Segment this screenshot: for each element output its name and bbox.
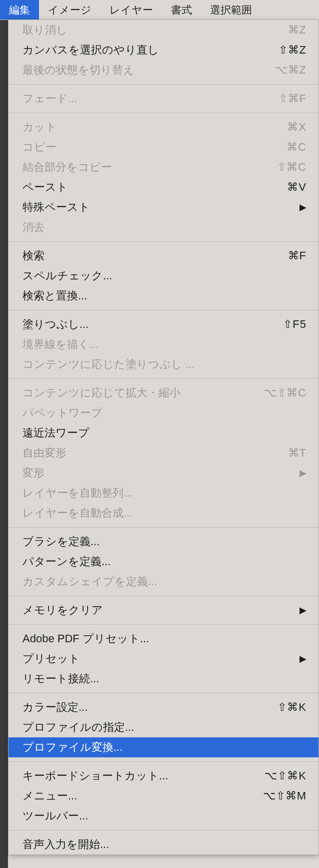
menu-item-label: 音声入力を開始... [22, 836, 109, 852]
menu-separator [8, 241, 318, 242]
menu-separator [8, 527, 318, 528]
menu-item-label: 最後の状態を切り替え [22, 62, 134, 78]
menu-item[interactable]: スペルチェック... [8, 266, 318, 286]
menu-item-shortcut: ⇧⌘C [277, 159, 306, 175]
menu-item[interactable]: ツールバー... [8, 806, 318, 826]
menu-item-label: メニュー... [22, 788, 77, 804]
menu-item[interactable]: 検索と置換... [8, 286, 318, 306]
menu-item: コンテンツに応じて拡大・縮小⌥⇧⌘C [8, 383, 318, 403]
menu-item-label: カスタムシェイプを定義... [22, 574, 157, 590]
menu-item: コピー⌘C [8, 137, 318, 157]
menu-item-label: キーボードショートカット... [22, 768, 168, 784]
menu-item-label: 取り消し [22, 22, 68, 38]
app-background-strip [0, 20, 8, 868]
menu-item-shortcut: ⌘T [288, 445, 306, 461]
menu-item-shortcut: ⌥⇧⌘M [263, 788, 306, 804]
menu-item-label: パターンを定義... [22, 554, 110, 570]
menu-item-label: レイヤーを自動整列... [22, 485, 132, 501]
menu-item[interactable]: 遠近法ワープ [8, 423, 318, 443]
menubar-item-image[interactable]: イメージ [39, 0, 100, 20]
menu-item-shortcut: ⌘Z [288, 22, 306, 38]
menu-item[interactable]: パターンを定義... [8, 552, 318, 572]
menubar: 編集 イメージ レイヤー 書式 選択範囲 [0, 0, 319, 20]
menu-item-label: カラー設定... [22, 699, 88, 715]
menu-item-shortcut: ⌘V [287, 179, 306, 195]
menu-item[interactable]: 特殊ペースト▶ [8, 197, 318, 217]
menu-item-shortcut: ⌥⇧⌘K [264, 768, 306, 784]
menu-item-label: 検索 [22, 248, 44, 264]
menu-item[interactable]: 音声入力を開始... [8, 834, 318, 854]
submenu-arrow-icon: ▶ [300, 602, 306, 618]
menu-item-shortcut: ⌥⌘Z [275, 62, 306, 78]
menu-item[interactable]: Adobe PDF プリセット... [8, 629, 318, 649]
menu-item: コンテンツに応じた塗りつぶし ... [8, 354, 318, 374]
submenu-arrow-icon: ▶ [300, 651, 306, 667]
menu-item-label: 検索と置換... [22, 288, 87, 304]
menu-item[interactable]: プロファイルの指定... [8, 717, 318, 737]
menu-item: フェード...⇧⌘F [8, 89, 318, 109]
menubar-item-edit[interactable]: 編集 [0, 0, 39, 20]
menu-item: パペットワープ [8, 403, 318, 423]
menu-item-shortcut: ⇧⌘K [278, 699, 306, 715]
menu-item-label: コピー [22, 139, 56, 155]
menu-item: 消去 [8, 217, 318, 237]
menu-item-label: 消去 [22, 219, 44, 235]
menu-item[interactable]: カラー設定...⇧⌘K [8, 697, 318, 717]
menu-item: カット⌘X [8, 117, 318, 137]
menu-item-label: リモート接続... [22, 671, 99, 687]
menu-item[interactable]: メモリをクリア▶ [8, 600, 318, 620]
menu-item[interactable]: ブラシを定義... [8, 532, 318, 552]
menu-item-label: フェード... [22, 91, 77, 107]
menu-item-shortcut: ⌘C [286, 139, 306, 155]
menu-item-label: Adobe PDF プリセット... [22, 631, 149, 647]
menu-item: レイヤーを自動整列... [8, 483, 318, 503]
menu-item-label: 遠近法ワープ [22, 425, 90, 441]
menu-separator [8, 310, 318, 310]
menu-separator [8, 84, 318, 85]
menu-item-label: スペルチェック... [22, 268, 112, 284]
menu-item-label: ペースト [22, 179, 68, 195]
menu-item: 結合部分をコピー⇧⌘C [8, 157, 318, 177]
menu-separator [8, 624, 318, 625]
menu-item[interactable]: メニュー...⌥⇧⌘M [8, 786, 318, 806]
menubar-item-select[interactable]: 選択範囲 [201, 0, 261, 20]
menu-item-label: 自由変形 [22, 445, 66, 461]
menu-item-label: コンテンツに応じた塗りつぶし ... [22, 356, 194, 372]
menu-item[interactable]: ペースト⌘V [8, 177, 318, 197]
menu-item[interactable]: プリセット▶ [8, 649, 318, 669]
menu-item-label: プリセット [22, 651, 80, 667]
menu-item-label: メモリをクリア [22, 602, 103, 618]
menu-item-label: 変形 [22, 465, 44, 481]
menu-item-shortcut: ⌘X [287, 119, 306, 135]
menu-item-shortcut: ⇧⌘Z [278, 42, 306, 58]
menu-item[interactable]: 検索⌘F [8, 246, 318, 266]
menu-item[interactable]: プロファイル変換... [8, 737, 318, 757]
menu-item[interactable]: リモート接続... [8, 669, 318, 689]
menu-item: レイヤーを自動合成... [8, 503, 318, 523]
menu-separator [8, 113, 318, 113]
menu-item-label: 境界線を描く... [22, 336, 98, 352]
menu-item-label: プロファイル変換... [22, 739, 122, 755]
menu-item-label: プロファイルの指定... [22, 719, 134, 735]
menu-item[interactable]: 塗りつぶし...⇧F5 [8, 314, 318, 334]
menubar-item-layer[interactable]: レイヤー [100, 0, 162, 20]
menu-item[interactable]: カンバスを選択のやり直し⇧⌘Z [8, 40, 318, 60]
menu-separator [8, 693, 318, 693]
menu-item-label: 結合部分をコピー [22, 159, 112, 175]
menu-item-shortcut: ⇧F5 [283, 316, 306, 332]
menu-item: カスタムシェイプを定義... [8, 572, 318, 592]
menu-item: 境界線を描く... [8, 334, 318, 354]
menu-item: 自由変形⌘T [8, 443, 318, 463]
menu-item-label: 特殊ペースト [22, 199, 90, 215]
menu-item-label: コンテンツに応じて拡大・縮小 [22, 385, 180, 401]
menu-item-label: 塗りつぶし... [22, 316, 88, 332]
menu-separator [8, 761, 318, 762]
menu-item[interactable]: キーボードショートカット...⌥⇧⌘K [8, 766, 318, 786]
submenu-arrow-icon: ▶ [300, 465, 306, 481]
menu-item-shortcut: ⌘F [288, 248, 306, 264]
menu-separator [8, 830, 318, 830]
menu-item-label: ブラシを定義... [22, 534, 100, 550]
submenu-arrow-icon: ▶ [300, 199, 306, 215]
menubar-item-type[interactable]: 書式 [162, 0, 201, 20]
menu-item-label: パペットワープ [22, 405, 102, 421]
